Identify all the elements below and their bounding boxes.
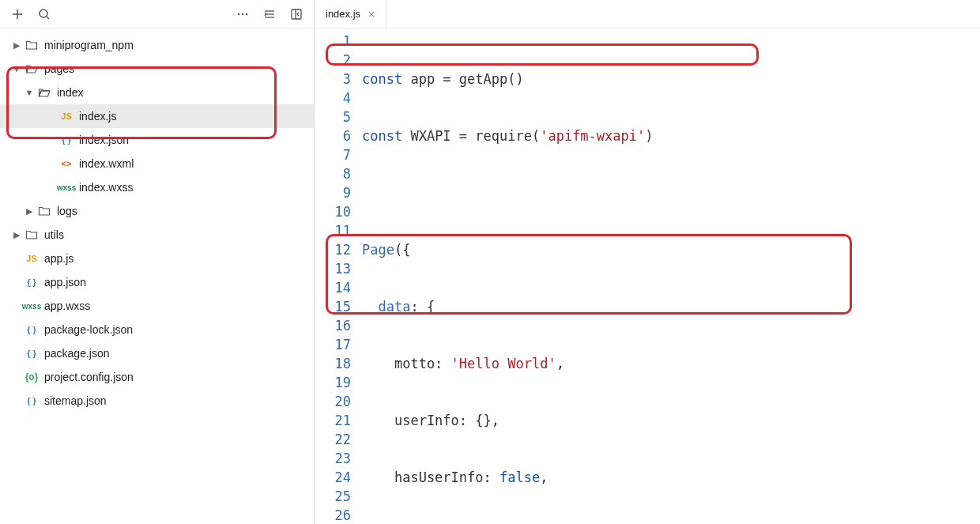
line-number: 23 xyxy=(315,449,362,468)
close-icon[interactable]: × xyxy=(368,8,375,21)
code-token: Page xyxy=(362,242,394,258)
line-number: 16 xyxy=(315,316,362,335)
tree-file[interactable]: { }index.json xyxy=(0,128,314,152)
line-number: 20 xyxy=(315,392,362,411)
code-token: const xyxy=(362,71,402,87)
line-number: 1 xyxy=(315,32,362,51)
js-file-icon: JS xyxy=(24,254,40,263)
sidebar-toolbar xyxy=(0,0,314,28)
file-explorer-sidebar: ▶miniprogram_npm▼pages▼indexJSindex.js{ … xyxy=(0,0,315,524)
editor-tabbar: index.js × xyxy=(315,0,980,28)
code-line: userInfo: {}, xyxy=(362,411,980,430)
folder-icon xyxy=(24,39,40,51)
folder-icon xyxy=(36,205,52,217)
wxss-file-icon: wxss xyxy=(58,183,74,192)
code-token: , xyxy=(556,356,564,371)
code-line xyxy=(362,183,980,202)
line-number: 4 xyxy=(315,89,362,107)
tree-arrow-icon: ▶ xyxy=(11,229,22,240)
tree-folder[interactable]: ▶utils xyxy=(0,223,314,247)
code-token: : { xyxy=(410,299,435,315)
tree-item-label: index.wxss xyxy=(79,181,133,194)
tree-folder[interactable]: ▶logs xyxy=(0,199,314,223)
svg-point-4 xyxy=(238,13,240,15)
tree-item-label: logs xyxy=(57,205,77,217)
tree-item-label: project.config.json xyxy=(44,371,134,383)
line-number: 26 xyxy=(315,506,362,524)
tree-folder[interactable]: ▶miniprogram_npm xyxy=(0,33,314,57)
tree-file[interactable]: wxssapp.wxss xyxy=(0,294,314,318)
line-number: 8 xyxy=(315,164,362,183)
tree-arrow-icon xyxy=(11,324,22,335)
tree-arrow-icon xyxy=(11,253,22,264)
svg-point-6 xyxy=(246,13,248,15)
toggle-panel-button[interactable] xyxy=(285,3,307,25)
line-number: 21 xyxy=(315,411,362,430)
tree-file[interactable]: { }sitemap.json xyxy=(0,389,314,413)
code-token: ) xyxy=(645,128,653,144)
tree-arrow-icon xyxy=(11,277,22,288)
more-button[interactable] xyxy=(232,3,254,25)
file-tree[interactable]: ▶miniprogram_npm▼pages▼indexJSindex.js{ … xyxy=(0,28,314,524)
folder-open-icon xyxy=(24,62,40,75)
code-token: , xyxy=(540,469,548,485)
code-editor[interactable]: 1234567891011121314151617181920212223242… xyxy=(315,28,980,524)
tree-arrow-icon: ▼ xyxy=(24,87,35,98)
code-token: false xyxy=(499,469,540,485)
editor-area: index.js × 12345678910111213141516171819… xyxy=(315,0,980,524)
line-number: 3 xyxy=(315,70,362,89)
code-content[interactable]: const app = getApp() const WXAPI = requi… xyxy=(362,28,980,524)
code-token: const xyxy=(362,128,402,144)
svg-line-3 xyxy=(47,17,49,19)
tree-arrow-icon xyxy=(11,371,22,383)
tree-folder[interactable]: ▼pages xyxy=(0,57,314,81)
tree-item-label: miniprogram_npm xyxy=(44,39,134,51)
code-token: 'apifm-wxapi' xyxy=(540,128,645,144)
line-number: 6 xyxy=(315,126,362,145)
line-number: 17 xyxy=(315,335,362,354)
tab-label: index.js xyxy=(326,8,360,20)
tree-arrow-icon: ▼ xyxy=(11,63,22,74)
tree-item-label: index xyxy=(57,86,83,99)
code-token: 'Hello World' xyxy=(451,356,556,371)
tree-item-label: package-lock.json xyxy=(44,323,133,336)
tree-file[interactable]: {o}project.config.json xyxy=(0,365,314,389)
code-token: ({ xyxy=(394,242,410,258)
search-button[interactable] xyxy=(33,3,55,25)
svg-point-5 xyxy=(242,13,244,15)
tree-arrow-icon xyxy=(46,111,57,122)
js-file-icon: JS xyxy=(58,111,74,121)
folder-icon xyxy=(24,228,40,241)
line-number: 18 xyxy=(315,354,362,373)
wxss-file-icon: wxss xyxy=(24,302,40,311)
tree-item-label: index.json xyxy=(79,134,129,146)
tree-item-label: sitemap.json xyxy=(44,394,107,407)
tree-item-label: app.json xyxy=(44,276,86,288)
collapse-button[interactable] xyxy=(258,3,281,25)
tree-arrow-icon xyxy=(11,348,22,359)
tree-file[interactable]: { }app.json xyxy=(0,270,314,294)
tree-item-label: pages xyxy=(44,62,74,75)
tree-file[interactable]: { }package-lock.json xyxy=(0,318,314,341)
tree-file[interactable]: wxssindex.wxss xyxy=(0,175,314,199)
tree-arrow-icon xyxy=(11,300,22,311)
tree-arrow-icon xyxy=(46,158,57,169)
svg-point-2 xyxy=(40,9,47,17)
tab-index-js[interactable]: index.js × xyxy=(315,0,386,28)
tree-item-label: index.wxml xyxy=(79,157,134,170)
line-number: 14 xyxy=(315,278,362,297)
tree-file[interactable]: { }package.json xyxy=(0,341,314,365)
line-number: 22 xyxy=(315,430,362,449)
tree-file[interactable]: JSapp.js xyxy=(0,247,314,270)
wxml-file-icon: <> xyxy=(58,159,74,168)
new-file-button[interactable] xyxy=(6,3,28,25)
tree-file[interactable]: JSindex.js xyxy=(0,104,314,128)
line-number: 12 xyxy=(315,240,362,259)
line-number: 13 xyxy=(315,259,362,278)
folder-open-icon xyxy=(36,86,52,99)
tree-arrow-icon: ▶ xyxy=(24,205,35,217)
tree-file[interactable]: <>index.wxml xyxy=(0,152,314,175)
line-number: 9 xyxy=(315,183,362,202)
tree-item-label: index.js xyxy=(79,110,116,123)
tree-folder[interactable]: ▼index xyxy=(0,81,314,104)
